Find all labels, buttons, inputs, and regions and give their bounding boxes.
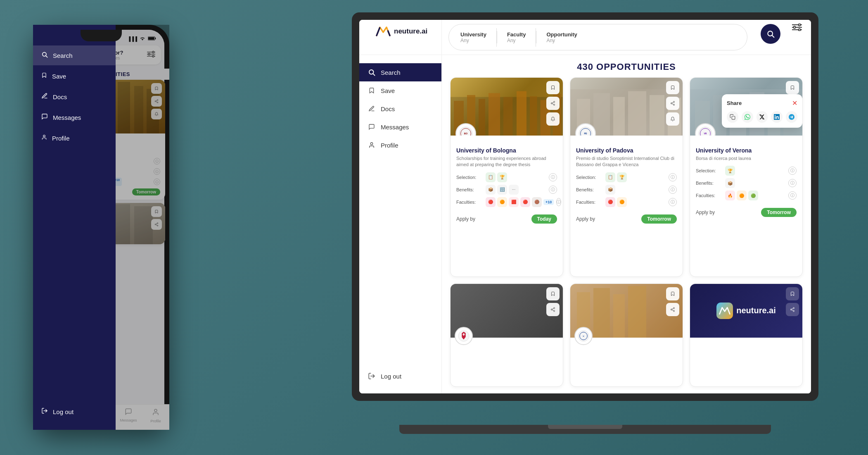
padova-title: University of Padova	[576, 147, 677, 154]
bologna-bookmark-btn[interactable]	[546, 81, 560, 94]
sidebar-item-profile[interactable]: Profile	[359, 136, 441, 154]
verona-bookmark-btn[interactable]	[786, 81, 799, 94]
padova-selection-info[interactable]: ⓘ	[669, 173, 677, 181]
share-popup-title: Share	[727, 100, 742, 106]
phone-sidebar-save[interactable]: Save	[38, 66, 116, 86]
bottom2-share-btn[interactable]	[666, 303, 679, 316]
bottom1-bookmark-btn[interactable]	[546, 287, 560, 300]
svg-text:U: U	[583, 335, 584, 337]
profile-icon	[368, 141, 376, 149]
sidebar-logout-label: Log out	[381, 373, 401, 380]
phone-sidebar-logout[interactable]: Log out	[38, 402, 116, 422]
verona-selection-label: Selection:	[696, 168, 723, 173]
laptop: neuture.ai University Any Faculty Any	[352, 12, 818, 434]
padova-bookmark-btn[interactable]	[666, 81, 679, 94]
svg-rect-35	[650, 95, 664, 136]
university-filter[interactable]: University Any	[451, 28, 497, 47]
search-button[interactable]	[761, 24, 780, 44]
svg-point-83	[791, 309, 792, 310]
svg-line-41	[672, 102, 673, 103]
filter-button[interactable]	[790, 20, 804, 35]
svg-line-91	[46, 56, 47, 57]
faculty-filter[interactable]: Faculty Any	[497, 28, 536, 47]
badge: 📦	[486, 185, 496, 195]
phone-sidebar-profile[interactable]: Profile	[38, 128, 116, 148]
share-close-btn[interactable]: ✕	[792, 99, 797, 107]
bologna-title: University of Bologna	[456, 147, 557, 154]
bologna-faculties-info[interactable]: ⓘ	[556, 198, 561, 206]
scene: neuture.ai University Any Faculty Any	[0, 0, 868, 455]
sidebar-docs-label: Docs	[381, 105, 395, 112]
share-copy-btn[interactable]	[727, 111, 738, 123]
padova-apply-label: Apply by	[576, 216, 595, 222]
share-linkedin-btn[interactable]	[771, 111, 783, 123]
bottom1-share-btn[interactable]	[546, 303, 560, 316]
phone-sidebar-messages[interactable]: Messages	[38, 107, 116, 127]
card-padova: PD University of Padova Premio di studio…	[570, 77, 683, 277]
padova-faculties-info[interactable]: ⓘ	[669, 198, 677, 206]
app-layout: Search Save Docs	[359, 55, 811, 393]
sidebar-save-label: Save	[381, 87, 395, 94]
padova-share-btn[interactable]	[666, 97, 679, 110]
sidebar-item-messages[interactable]: Messages	[359, 118, 441, 136]
faculty-label: Faculty	[507, 31, 526, 38]
svg-point-7	[799, 29, 801, 31]
share-telegram-btn[interactable]	[786, 111, 797, 123]
bologna-alert-btn[interactable]	[546, 112, 560, 126]
sidebar-item-search[interactable]: Search	[359, 63, 441, 81]
phone-sidebar-dimmer[interactable]	[116, 30, 164, 425]
phone: 9:41 ▐▐▐	[33, 25, 169, 430]
verona-title: University of Verona	[696, 147, 797, 154]
card-neuture-brand: neuture.ai	[690, 283, 803, 387]
svg-point-39	[674, 104, 675, 105]
bottom2-bookmark-btn[interactable]	[666, 287, 679, 300]
svg-rect-32	[593, 93, 610, 136]
sidebar-messages-label: Messages	[381, 124, 409, 131]
svg-rect-19	[530, 96, 537, 136]
svg-rect-73	[628, 286, 646, 338]
bologna-share-btn[interactable]	[546, 97, 560, 110]
bologna-benefits-info[interactable]: ⓘ	[549, 186, 557, 194]
opportunity-filter[interactable]: Opportunity Any	[536, 28, 587, 47]
share-whatsapp-btn[interactable]	[742, 111, 753, 123]
neuture-brand-image: neuture.ai	[690, 284, 802, 338]
laptop-screen: neuture.ai University Any Faculty Any	[359, 20, 811, 393]
svg-rect-15	[479, 99, 485, 136]
phone-sidebar-profile-label: Profile	[52, 135, 70, 142]
svg-point-38	[671, 103, 672, 104]
verona-faculties-info[interactable]: ⓘ	[788, 191, 797, 200]
verona-selection-info[interactable]: ⓘ	[788, 167, 797, 175]
padova-benefits-row: Benefits: 📦 ⓘ	[576, 185, 677, 195]
verona-body: University of Verona Borsa di ricerca po…	[690, 136, 802, 276]
share-twitter-btn[interactable]	[757, 111, 768, 123]
svg-line-80	[672, 310, 673, 311]
padova-benefits-info[interactable]: ⓘ	[669, 186, 677, 194]
sidebar-search-label: Search	[381, 69, 401, 76]
phone-sidebar-docs[interactable]: Docs	[38, 87, 116, 107]
padova-deadline[interactable]: Tomorrow	[641, 214, 677, 224]
sidebar-item-docs[interactable]: Docs	[359, 100, 441, 118]
card-verona-image: VR Share ✕	[690, 78, 802, 136]
svg-point-78	[671, 309, 672, 310]
badge: 🔢	[497, 185, 507, 195]
bookmark-icon	[368, 86, 376, 95]
bologna-deadline[interactable]: Today	[531, 214, 557, 224]
phone-notch	[81, 30, 122, 41]
verona-benefits-info[interactable]: ⓘ	[788, 179, 797, 187]
sidebar-item-save[interactable]: Save	[359, 81, 441, 100]
verona-deadline[interactable]: Tomorrow	[761, 208, 797, 217]
neuture-share-btn[interactable]	[786, 303, 799, 316]
opportunity-value: Any	[546, 38, 577, 43]
padova-alert-btn[interactable]	[666, 112, 679, 126]
padova-selection-label: Selection:	[576, 175, 603, 180]
svg-line-26	[552, 102, 553, 103]
university-label: University	[460, 31, 486, 38]
bologna-selection-info[interactable]: ⓘ	[549, 173, 557, 181]
sidebar-profile-label: Profile	[381, 142, 398, 149]
bologna-benefits-label: Benefits:	[456, 187, 483, 192]
phone-sidebar-search[interactable]: Search	[38, 45, 116, 65]
bologna-overlay-icons	[546, 81, 560, 126]
bottom2-overlay-icons	[666, 287, 679, 316]
sidebar-item-logout[interactable]: Log out	[359, 367, 441, 385]
neuture-bookmark-btn[interactable]	[786, 287, 799, 300]
